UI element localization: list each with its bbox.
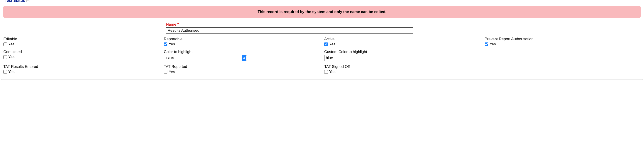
color-select-wrap: Blue <box>164 55 247 61</box>
tat-signed-off-checkbox[interactable] <box>324 70 328 74</box>
editable-label: Editable <box>3 37 159 41</box>
tat-signed-off-yes: Yes <box>329 70 336 74</box>
completed-label: Completed <box>3 50 159 54</box>
field-color-to-highlight: Color to highlight Blue <box>164 50 320 61</box>
custom-color-label: Custom Color to highlight <box>324 50 480 54</box>
field-tat-reported: TAT Reported Yes <box>164 64 320 74</box>
prevent-report-auth-checkbox-line[interactable]: Yes <box>485 42 641 47</box>
completed-yes: Yes <box>8 55 14 59</box>
reportable-yes: Yes <box>169 42 175 47</box>
tat-results-entered-label: TAT Results Entered <box>3 64 159 69</box>
color-to-highlight-label: Color to highlight <box>164 50 320 54</box>
tat-signed-off-label: TAT Signed Off <box>324 64 480 69</box>
name-input[interactable] <box>166 27 413 34</box>
panel-title: Test Status <box>5 0 25 3</box>
custom-color-input[interactable] <box>324 55 407 61</box>
prevent-report-auth-label: Prevent Report Authorisation <box>485 37 641 41</box>
color-to-highlight-select[interactable]: Blue <box>164 55 247 61</box>
reportable-checkbox-line[interactable]: Yes <box>164 42 320 47</box>
editable-checkbox-line[interactable]: Yes <box>3 42 159 47</box>
field-prevent-report-auth: Prevent Report Authorisation Yes <box>485 37 641 47</box>
active-label: Active <box>324 37 480 41</box>
tat-results-entered-yes: Yes <box>8 70 14 74</box>
completed-checkbox[interactable] <box>3 55 7 59</box>
tat-reported-checkbox-line[interactable]: Yes <box>164 70 320 74</box>
required-star: * <box>177 22 179 27</box>
row-flags-1: Editable Yes Reportable Yes Active Yes <box>3 37 641 47</box>
row-name: Name * <box>3 22 641 34</box>
field-active: Active Yes <box>324 37 480 47</box>
field-custom-color: Custom Color to highlight <box>324 50 480 61</box>
collapse-button[interactable]: − <box>26 0 30 2</box>
tat-reported-yes: Yes <box>169 70 175 74</box>
active-checkbox-line[interactable]: Yes <box>324 42 480 47</box>
active-yes: Yes <box>329 42 336 47</box>
field-tat-results-entered: TAT Results Entered Yes <box>3 64 159 74</box>
active-checkbox[interactable] <box>324 43 328 46</box>
panel-body: This record is required by the system an… <box>1 1 643 80</box>
row-flags-2: Completed Yes Color to highlight Blue Cu… <box>3 50 641 61</box>
editable-yes: Yes <box>8 42 14 47</box>
field-editable: Editable Yes <box>3 37 159 47</box>
completed-checkbox-line[interactable]: Yes <box>3 55 159 59</box>
name-label: Name * <box>166 22 641 27</box>
prevent-report-auth-checkbox[interactable] <box>485 43 488 46</box>
tat-reported-label: TAT Reported <box>164 64 320 69</box>
row-tat: TAT Results Entered Yes TAT Reported Yes… <box>3 64 641 74</box>
reportable-checkbox[interactable] <box>164 43 168 46</box>
field-name: Name * <box>166 22 641 34</box>
field-reportable: Reportable Yes <box>164 37 320 47</box>
panel-legend: Test Status − <box>3 0 31 3</box>
reportable-label: Reportable <box>164 37 320 41</box>
tat-results-entered-checkbox[interactable] <box>3 70 7 74</box>
field-tat-signed-off: TAT Signed Off Yes <box>324 64 480 74</box>
system-alert: This record is required by the system an… <box>3 6 641 18</box>
tat-reported-checkbox[interactable] <box>164 70 168 74</box>
editable-checkbox[interactable] <box>3 43 7 46</box>
prevent-report-auth-yes: Yes <box>490 42 496 47</box>
tat-signed-off-checkbox-line[interactable]: Yes <box>324 70 480 74</box>
tat-results-entered-checkbox-line[interactable]: Yes <box>3 70 159 74</box>
test-status-panel: Test Status − This record is required by… <box>1 1 643 80</box>
field-completed: Completed Yes <box>3 50 159 61</box>
